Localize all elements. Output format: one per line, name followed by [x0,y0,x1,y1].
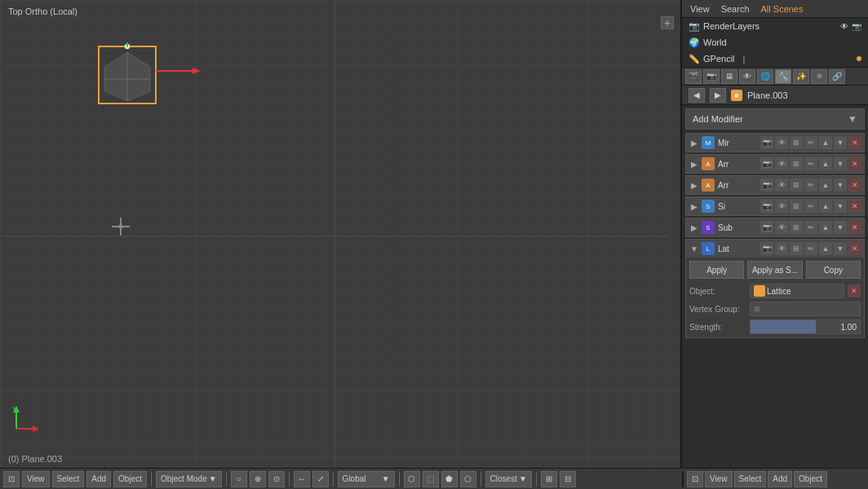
prop-particles-btn[interactable]: ✨ [793,69,809,84]
modifier-array2-cam-btn[interactable]: 📷 [760,178,773,192]
tb-xray-btn[interactable]: ⬡ [404,471,420,487]
tb-viewport-shading-btn[interactable]: ○ [231,471,247,487]
modifier-subsurf-cam-btn[interactable]: 📷 [760,221,773,234]
prop-output-btn[interactable]: 🖥 [721,69,737,84]
modifier-lattice-render-btn[interactable]: ⊞ [790,242,803,255]
prop-scene-btn[interactable]: 🎬 [685,69,702,84]
modifier-array1-eye-btn[interactable]: 👁 [775,157,788,170]
modifier-simpledeform-cam-btn[interactable]: 📷 [760,200,773,213]
modifier-apply-btn[interactable]: Apply [689,261,744,279]
modifier-array2-collapse[interactable]: ▶ [689,179,700,191]
modifier-object-clear-btn[interactable]: ✕ [848,284,861,297]
modifier-subsurf-eye-btn[interactable]: 👁 [775,221,788,234]
panel-tb-view-btn[interactable]: View [705,471,733,487]
tb-transform2-btn[interactable]: ⤢ [312,471,329,487]
nav-back-btn[interactable]: ◀ [689,88,705,103]
modifier-mirror-up-btn[interactable]: ▲ [819,136,832,149]
prop-physics-btn[interactable]: ⚛ [811,69,827,84]
modifier-strength-slider[interactable]: 1.00 [750,319,861,334]
panel-tb-add-btn[interactable]: Add [768,471,792,487]
modifier-lattice-cam-btn[interactable]: 📷 [760,242,773,255]
prop-scene2-btn[interactable]: 🌐 [757,69,773,84]
tb-shading1-btn[interactable]: ⬚ [423,471,439,487]
tb-object-btn[interactable]: Object [113,471,147,487]
modifier-array2-render-btn[interactable]: ⊞ [790,178,803,192]
modifier-mirror-down-btn[interactable]: ▼ [834,136,847,149]
modifier-simpledeform-eye-btn[interactable]: 👁 [775,200,788,213]
tb-proportional-btn[interactable]: ⊙ [268,471,285,487]
panel-tb-select-btn[interactable]: Select [734,471,767,487]
tb-overlay-btn[interactable]: ⊟ [560,471,576,487]
prop-render-btn[interactable]: 📷 [703,69,720,84]
tb-shading2-btn[interactable]: ⬟ [441,471,458,487]
tb-gizmo-btn[interactable]: ⊞ [541,471,557,487]
modifier-subsurf-down-btn[interactable]: ▼ [834,221,847,234]
modifier-subsurf-close-btn[interactable]: ✕ [848,221,861,234]
modifier-simpledeform-render-btn[interactable]: ⊞ [790,200,803,213]
modifier-simpledeform-collapse[interactable]: ▶ [689,200,700,212]
modifier-mirror-eye-btn[interactable]: 👁 [775,136,788,149]
prop-constraints-btn[interactable]: 🔗 [829,69,845,84]
modifier-lattice-down-btn[interactable]: ▼ [834,242,847,255]
tb-snap-btn[interactable]: ⊕ [250,471,266,487]
tb-select-btn[interactable]: Select [52,471,85,487]
panel-tb-icon-btn[interactable]: ⊡ [687,471,703,487]
modifier-lattice-collapse[interactable]: ▼ [689,243,700,254]
modifier-array2-down-btn[interactable]: ▼ [834,178,847,192]
tb-mode-btn[interactable]: Object Mode ▼ [156,471,222,487]
tb-transform-btn[interactable]: ↔ [294,471,310,487]
modifier-simpledeform-edit-btn[interactable]: ✏ [804,200,817,213]
outliner-allscenes-btn[interactable]: All Scenes [758,3,807,15]
prop-object-btn[interactable]: 🔧 [775,69,791,84]
tb-shading3-btn[interactable]: ⬠ [460,471,476,487]
modifier-object-value[interactable]: Lattice [750,284,844,298]
outliner-renderlayers[interactable]: 📷 RenderLayers 👁 📷 [682,18,868,34]
modifier-array1-render-btn[interactable]: ⊞ [790,157,803,170]
modifier-subsurf-up-btn[interactable]: ▲ [819,221,832,234]
modifier-array1-cam-btn[interactable]: 📷 [760,157,773,170]
modifier-lattice-up-btn[interactable]: ▲ [819,242,832,255]
outliner-view-btn[interactable]: View [687,3,713,15]
modifier-array1-close-btn[interactable]: ✕ [848,157,861,170]
modifier-subsurf-render-btn[interactable]: ⊞ [790,221,803,234]
modifier-array2-edit-btn[interactable]: ✏ [804,178,817,192]
modifier-array2-up-btn[interactable]: ▲ [819,178,832,192]
nav-forward-btn[interactable]: ▶ [710,88,726,103]
outliner-search-btn[interactable]: Search [718,3,753,15]
modifier-mirror-collapse[interactable]: ▶ [689,137,700,148]
modifier-simpledeform-up-btn[interactable]: ▲ [819,200,832,213]
add-modifier-bar[interactable]: Add Modifier ▼ [685,108,865,130]
modifier-vgroup-value[interactable]: ⊞ [750,302,861,316]
modifier-array2-close-btn[interactable]: ✕ [848,178,861,192]
modifier-array1-collapse[interactable]: ▶ [689,158,700,170]
tb-global-btn[interactable]: Global ▼ [338,471,395,487]
modifier-array1-down-btn[interactable]: ▼ [834,157,847,170]
modifier-array1-edit-btn[interactable]: ✏ [804,157,817,170]
viewport-expand-btn[interactable]: + [661,16,674,29]
prop-view-btn[interactable]: 👁 [739,69,755,84]
tb-add-btn[interactable]: Add [86,471,111,487]
modifier-lattice-edit-btn[interactable]: ✏ [804,242,817,255]
tb-mode-icon-btn[interactable]: ⊡ [3,471,20,487]
modifier-simpledeform-down-btn[interactable]: ▼ [834,200,847,213]
modifier-mirror-render-btn[interactable]: ⊞ [790,136,803,149]
outliner-world[interactable]: 🌍 World [682,34,868,51]
modifier-apply-as-btn[interactable]: Apply as S... [747,261,802,279]
tb-view-btn[interactable]: View [22,471,50,487]
modifier-array1-name: Arr [716,160,759,169]
modifier-mirror-close-btn[interactable]: ✕ [848,136,861,149]
modifier-subsurf-edit-btn[interactable]: ✏ [804,221,817,234]
object-name: Plane.003 [747,90,788,100]
modifier-mirror-edit-btn[interactable]: ✏ [804,136,817,149]
modifier-lattice-eye-btn[interactable]: 👁 [775,242,788,255]
modifier-lattice-close-btn[interactable]: ✕ [848,242,861,255]
modifier-array1-up-btn[interactable]: ▲ [819,157,832,170]
modifier-mirror-cam-btn[interactable]: 📷 [760,136,773,149]
panel-tb-object-btn[interactable]: Object [794,471,827,487]
modifier-array2-eye-btn[interactable]: 👁 [775,178,788,192]
modifier-subsurf-collapse[interactable]: ▶ [689,222,700,233]
outliner-gpencil[interactable]: ✏️ GPencil | [682,51,868,67]
modifier-copy-btn[interactable]: Copy [806,261,861,279]
tb-closest-btn[interactable]: Closest ▼ [485,471,532,487]
modifier-simpledeform-close-btn[interactable]: ✕ [848,200,861,213]
